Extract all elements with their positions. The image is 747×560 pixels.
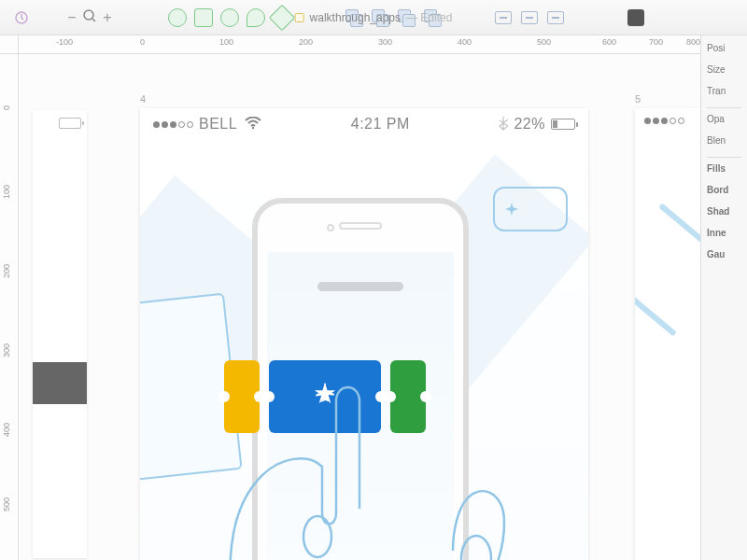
forward-icon[interactable] bbox=[495, 11, 512, 24]
artboard-main[interactable]: BELL 4:21 PM 22% bbox=[140, 108, 588, 560]
svg-line-2 bbox=[92, 19, 95, 21]
oval-tool-icon[interactable] bbox=[168, 8, 187, 27]
artboard-label[interactable]: 5 bbox=[635, 93, 641, 105]
ruler-tick: 800 bbox=[686, 37, 700, 47]
bluetooth-icon bbox=[499, 116, 508, 133]
ruler-tick: 400 bbox=[458, 37, 472, 47]
ruler-tick: 200 bbox=[2, 264, 11, 278]
inspector-label[interactable]: Tran bbox=[707, 86, 741, 96]
carrier-label: BELL bbox=[199, 116, 237, 133]
vertical-ruler[interactable]: 0 100 200 300 400 500 600 bbox=[0, 54, 19, 560]
zoom-out-button[interactable]: − bbox=[65, 9, 78, 26]
battery-icon bbox=[551, 119, 575, 130]
ruler-tick: 0 bbox=[140, 37, 145, 47]
mirror-icon[interactable] bbox=[627, 9, 644, 26]
zoom-controls: − + bbox=[65, 8, 114, 27]
ticket-green bbox=[390, 360, 426, 433]
front-icon[interactable] bbox=[547, 11, 564, 24]
airplane-icon bbox=[504, 202, 519, 217]
edited-label: — Edited bbox=[406, 11, 452, 24]
luggage-tag bbox=[493, 187, 568, 231]
rect-tool-icon[interactable] bbox=[194, 8, 213, 27]
shape-tools bbox=[168, 8, 291, 27]
placeholder-bar bbox=[317, 282, 403, 291]
inspector-label[interactable]: Size bbox=[707, 64, 741, 75]
artboard-next[interactable] bbox=[635, 108, 700, 560]
inspector-label[interactable]: Inne bbox=[707, 228, 741, 238]
decor-stripe bbox=[658, 203, 700, 243]
ticket-carousel bbox=[224, 360, 426, 433]
svg-point-3 bbox=[252, 126, 254, 128]
decor-stripe bbox=[635, 296, 677, 336]
battery-icon bbox=[59, 118, 81, 129]
ticket-blue bbox=[269, 360, 381, 433]
ruler-tick: 300 bbox=[378, 37, 392, 47]
workspace: -100 0 100 200 300 400 500 600 700 800 0… bbox=[0, 35, 747, 560]
arrange-tools bbox=[495, 11, 564, 24]
ruler-tick: 700 bbox=[649, 37, 663, 47]
signal-icon bbox=[644, 118, 684, 124]
separator bbox=[707, 107, 741, 108]
document-title: walkthrough_apps bbox=[310, 11, 401, 24]
ruler-tick: 500 bbox=[2, 497, 11, 511]
inspector-label[interactable]: Opa bbox=[707, 114, 741, 124]
illustration-area bbox=[140, 140, 588, 560]
ticket-yellow bbox=[224, 360, 260, 433]
signal-icon bbox=[153, 121, 193, 128]
artboard-prev[interactable] bbox=[33, 110, 87, 558]
camera-dot bbox=[327, 224, 334, 231]
inspector-label[interactable]: Fills bbox=[707, 163, 741, 174]
ruler-tick: -100 bbox=[56, 37, 73, 47]
backward-icon[interactable] bbox=[521, 11, 538, 24]
ruler-tick: 300 bbox=[2, 343, 11, 357]
inspector-label[interactable]: Shad bbox=[707, 206, 741, 217]
pencil-tool-icon[interactable] bbox=[269, 4, 295, 30]
wifi-icon bbox=[245, 115, 261, 134]
inspector-label[interactable]: Gau bbox=[707, 249, 741, 259]
ruler-tick: 200 bbox=[299, 37, 313, 47]
rotate-tool-icon[interactable] bbox=[220, 8, 239, 27]
ruler-tick: 500 bbox=[537, 37, 551, 47]
history-button[interactable] bbox=[11, 7, 32, 28]
airplane-icon bbox=[311, 380, 339, 414]
app-toolbar: − + walkthrough_apps — Edited bbox=[0, 0, 747, 35]
inspector-panel: Posi Size Tran Opa Blen Fills Bord Shad … bbox=[700, 35, 747, 560]
separator bbox=[707, 157, 741, 158]
canvas[interactable]: 4 BELL 4:21 PM 22% bbox=[19, 54, 700, 560]
inspector-label[interactable]: Blen bbox=[707, 135, 741, 146]
zoom-in-button[interactable]: + bbox=[101, 9, 114, 26]
speaker-slot bbox=[339, 222, 382, 230]
magnifier-icon[interactable] bbox=[82, 8, 97, 27]
inspector-label[interactable]: Posi bbox=[707, 43, 741, 53]
ruler-origin[interactable] bbox=[0, 35, 19, 54]
ruler-tick: 400 bbox=[2, 423, 11, 437]
svg-point-1 bbox=[84, 10, 93, 20]
ruler-tick: 100 bbox=[219, 37, 233, 47]
window-title: walkthrough_apps — Edited bbox=[295, 11, 453, 24]
clock-label: 4:21 PM bbox=[351, 116, 410, 133]
device-statusbar: BELL 4:21 PM 22% bbox=[140, 108, 588, 140]
battery-pct-label: 22% bbox=[514, 116, 545, 133]
gray-shape[interactable] bbox=[33, 362, 87, 404]
ruler-tick: 0 bbox=[2, 105, 11, 110]
horizontal-ruler[interactable]: -100 0 100 200 300 400 500 600 700 800 bbox=[19, 35, 700, 54]
document-icon bbox=[295, 13, 304, 22]
vector-tool-icon[interactable] bbox=[247, 8, 265, 27]
ruler-tick: 600 bbox=[602, 37, 616, 47]
inspector-label[interactable]: Bord bbox=[707, 185, 741, 195]
artboard-label[interactable]: 4 bbox=[140, 93, 146, 105]
ruler-tick: 100 bbox=[2, 185, 11, 199]
